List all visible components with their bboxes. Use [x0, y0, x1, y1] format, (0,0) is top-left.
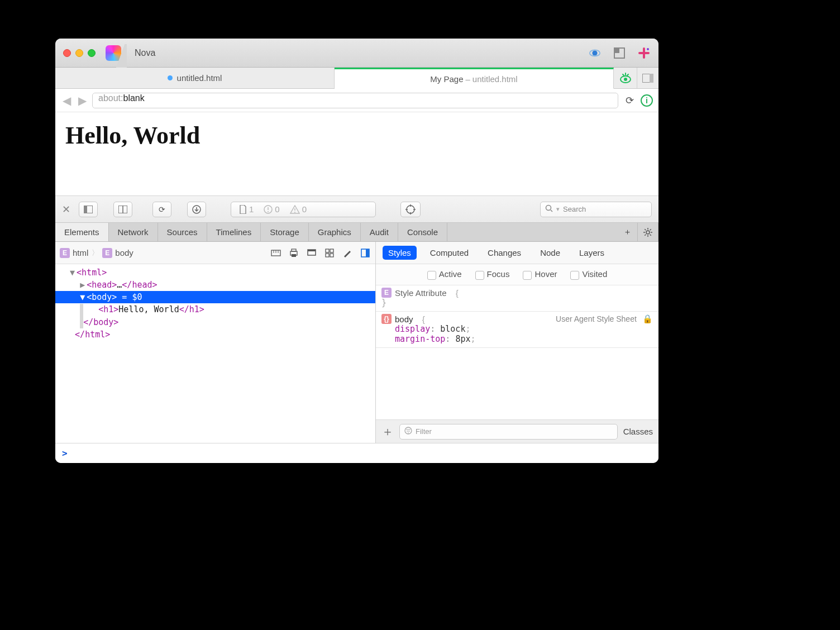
- warnings-count: 0: [290, 204, 307, 214]
- sidebar-toggle-icon[interactable]: [637, 68, 658, 88]
- rule-user-agent-body[interactable]: {} body { User Agent Style Sheet 🔒 displ…: [376, 312, 658, 348]
- layout-icon[interactable]: [613, 46, 626, 60]
- svg-rect-35: [308, 250, 316, 251]
- tab-console[interactable]: Console: [398, 223, 447, 241]
- prop-display[interactable]: display: block;: [381, 324, 653, 334]
- element-badge-icon: E: [102, 248, 112, 258]
- svg-rect-33: [292, 254, 296, 257]
- nav-back-button[interactable]: ◀: [61, 94, 72, 107]
- paint-icon[interactable]: [342, 247, 353, 259]
- console-prompt-icon: >: [62, 448, 68, 459]
- svg-point-19: [407, 206, 414, 213]
- split-button[interactable]: [113, 202, 132, 217]
- ruler-icon[interactable]: [270, 247, 281, 259]
- styles-filter-bar: ＋ Filter Classes: [376, 419, 658, 443]
- lock-icon: 🔒: [640, 314, 653, 324]
- crumb-body[interactable]: E body: [102, 248, 133, 258]
- svg-rect-37: [330, 249, 333, 252]
- dock-side-button[interactable]: [79, 202, 98, 217]
- minimize-window-button[interactable]: [75, 49, 83, 57]
- pseudo-focus[interactable]: Focus: [475, 269, 510, 279]
- filter-icon: [404, 427, 412, 436]
- dom-body-close[interactable]: </body>: [55, 316, 375, 329]
- inspect-element-button[interactable]: [400, 202, 421, 217]
- elements-pane: E html 〉 E body: [55, 242, 376, 443]
- dom-html-close[interactable]: </html>: [55, 328, 375, 341]
- tab-network[interactable]: Network: [109, 223, 158, 241]
- dom-h1[interactable]: <h1>Hello, World</h1>: [55, 303, 375, 316]
- styles-filter-input[interactable]: Filter: [399, 424, 618, 440]
- search-placeholder: Search: [563, 205, 586, 213]
- tab-storage[interactable]: Storage: [261, 223, 309, 241]
- resource-counts[interactable]: 1 0 0: [231, 202, 376, 217]
- app-name: Nova: [135, 48, 155, 58]
- search-icon: [545, 204, 553, 214]
- layout-pane-icon[interactable]: [360, 247, 371, 259]
- styles-tabs: Styles Computed Changes Node Layers: [376, 242, 658, 264]
- title-tab[interactable]: Nova: [125, 39, 178, 68]
- rule-style-attribute[interactable]: E Style Attribute { }: [376, 285, 658, 312]
- prop-margin-top[interactable]: margin-top: 8px;: [381, 334, 653, 344]
- ua-label: User Agent Style Sheet: [556, 314, 637, 323]
- window-controls: [63, 49, 96, 57]
- add-plus-icon[interactable]: [637, 46, 651, 60]
- device-icon[interactable]: [306, 247, 317, 259]
- devtools-search-input[interactable]: ▾ Search: [540, 202, 652, 217]
- titlebar: Nova: [55, 39, 658, 68]
- pseudo-class-toggles: Active Focus Hover Visited: [376, 264, 658, 285]
- dom-tree[interactable]: ▼<html> ▶<head>…</head> ▼<body> = $0 <h1…: [55, 264, 375, 443]
- tab-timelines[interactable]: Timelines: [207, 223, 261, 241]
- svg-rect-10: [84, 206, 87, 213]
- styles-pane: Styles Computed Changes Node Layers Acti…: [376, 242, 658, 443]
- tab-preview[interactable]: My Page – untitled.html: [335, 68, 614, 89]
- dom-head[interactable]: ▶<head>…</head>: [55, 279, 375, 291]
- tab-graphics[interactable]: Graphics: [309, 223, 361, 241]
- url-input[interactable]: about:blank: [92, 93, 618, 108]
- zoom-window-button[interactable]: [88, 49, 96, 57]
- reload-button[interactable]: ⟳: [623, 94, 636, 107]
- tab-node[interactable]: Node: [534, 246, 566, 260]
- nav-forward-button[interactable]: ▶: [77, 94, 88, 107]
- pseudo-hover[interactable]: Hover: [523, 269, 557, 279]
- tab-styles[interactable]: Styles: [383, 246, 417, 260]
- devtools-tabs: Elements Network Sources Timelines Stora…: [55, 223, 658, 242]
- console-prompt[interactable]: >: [55, 443, 658, 463]
- tab-untitled[interactable]: untitled.html: [55, 68, 335, 88]
- info-icon[interactable]: i: [641, 94, 653, 107]
- grid-icon[interactable]: [324, 247, 335, 259]
- close-window-button[interactable]: [63, 49, 71, 57]
- preview-eye-icon[interactable]: [588, 46, 602, 60]
- svg-point-16: [268, 211, 269, 212]
- tab-computed[interactable]: Computed: [424, 246, 474, 260]
- svg-rect-36: [326, 249, 329, 252]
- rule-badge-icon: {}: [381, 314, 392, 324]
- resources-count: 1: [239, 204, 254, 214]
- breadcrumb: E html 〉 E body: [55, 242, 375, 264]
- address-bar: ◀ ▶ about:blank ⟳ i: [55, 89, 658, 112]
- tab-elements[interactable]: Elements: [55, 223, 109, 241]
- tab-file: untitled.html: [472, 74, 518, 84]
- pseudo-active[interactable]: Active: [427, 269, 462, 279]
- svg-point-24: [546, 206, 551, 211]
- classes-button[interactable]: Classes: [623, 427, 653, 436]
- svg-point-4: [647, 48, 649, 50]
- devtools-toolbar: ✕ ⟳ 1 0: [55, 196, 658, 223]
- reload-devtools-button[interactable]: ⟳: [152, 202, 171, 217]
- tab-changes[interactable]: Changes: [482, 246, 527, 260]
- visibility-eye-icon[interactable]: [614, 68, 637, 88]
- chevron-down-icon: ▾: [556, 206, 560, 213]
- download-button[interactable]: [187, 202, 206, 217]
- add-tab-button[interactable]: ＋: [618, 223, 638, 241]
- crumb-html[interactable]: E html: [60, 248, 88, 258]
- devtools-settings-button[interactable]: [638, 223, 658, 241]
- tab-layers[interactable]: Layers: [574, 246, 610, 260]
- dom-html-open[interactable]: ▼<html>: [55, 266, 375, 279]
- pseudo-visited[interactable]: Visited: [570, 269, 607, 279]
- tab-audit[interactable]: Audit: [361, 223, 398, 241]
- add-rule-button[interactable]: ＋: [381, 423, 394, 440]
- tab-sources[interactable]: Sources: [158, 223, 207, 241]
- devtools-close-button[interactable]: ✕: [62, 203, 73, 216]
- dom-body-open[interactable]: ▼<body> = $0: [55, 291, 375, 303]
- print-icon[interactable]: [288, 247, 299, 259]
- svg-rect-32: [292, 249, 296, 251]
